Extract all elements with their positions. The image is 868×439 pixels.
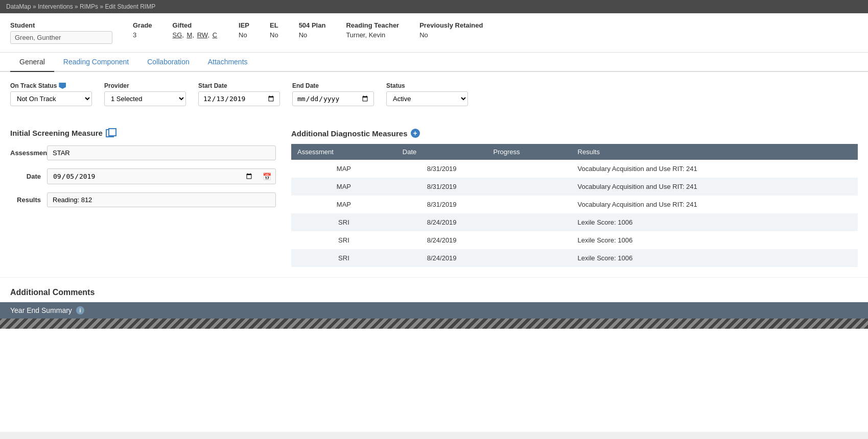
two-col-layout: Initial Screening Measure Assessment Dat… [0,129,868,277]
iep-value: No [239,31,249,39]
student-label: Student [10,21,112,29]
tab-general[interactable]: General [10,53,54,72]
cell-assessment: MAP [291,196,396,213]
cell-results: Lexile Score: 1006 [572,231,858,249]
on-track-group: On Track Status Not On Track On Track [10,82,92,106]
diagnostic-title: Additional Diagnostic Measures + [291,129,858,138]
plan504-label: 504 Plan [299,21,326,29]
add-diagnostic-button[interactable]: + [411,129,420,138]
calendar-icon[interactable]: 📅 [259,170,275,183]
cell-assessment: MAP [291,160,396,178]
cell-date: 8/31/2019 [396,196,487,213]
cell-results: Lexile Score: 1006 [572,249,858,267]
comments-section: Additional Comments [0,277,868,297]
cell-results: Vocabulary Acquisition and Use RIT: 241 [572,196,858,213]
assessment-row: Assessment [10,145,276,160]
screening-title: Initial Screening Measure [10,129,276,137]
cell-assessment: SRI [291,231,396,249]
end-date-label: End Date [292,82,374,89]
col-results: Results [572,144,858,160]
plan504-value: No [299,31,326,39]
table-row: MAP 8/31/2019 Vocabulary Acquisition and… [291,196,858,213]
results-input[interactable] [47,192,276,207]
year-end-label: Year End Summary [10,306,72,314]
cell-date: 8/24/2019 [396,213,487,231]
results-label: Results [10,196,41,204]
student-header: Student Grade 3 Gifted SG, M, RW, C IEP … [0,13,868,53]
cell-progress [487,196,572,213]
reading-teacher-field: Reading Teacher Turner, Kevin [346,21,399,39]
zigzag-bar [0,319,868,329]
cell-results: Vocabulary Acquisition and Use RIT: 241 [572,160,858,178]
screening-form: Assessment Date 📅 Results [10,145,276,207]
provider-label: Provider [104,82,186,89]
table-row: SRI 8/24/2019 Lexile Score: 1006 [291,231,858,249]
student-name-input[interactable] [10,31,112,44]
previously-retained-label: Previously Retained [419,21,483,29]
cell-date: 8/24/2019 [396,231,487,249]
cell-date: 8/31/2019 [396,178,487,196]
status-select[interactable]: Active Inactive Completed [386,91,468,106]
tab-collaboration[interactable]: Collaboration [138,53,199,72]
form-area: On Track Status Not On Track On Track Pr… [0,72,868,129]
col-assessment: Assessment [291,144,396,160]
left-col: Initial Screening Measure Assessment Dat… [10,129,276,267]
end-date-group: End Date [292,82,374,106]
gifted-value: SG, M, RW, C [173,31,218,39]
breadcrumb: DataMap » Interventions » RIMPs » Edit S… [6,3,155,10]
cell-progress [487,178,572,196]
plan504-field: 504 Plan No [299,21,326,39]
el-field: EL No [270,21,278,39]
cell-date: 8/24/2019 [396,249,487,267]
year-end-bar: Year End Summary i [0,302,868,319]
breadcrumb-bar: DataMap » Interventions » RIMPs » Edit S… [0,0,868,13]
cell-progress [487,249,572,267]
cell-results: Vocabulary Acquisition and Use RIT: 241 [572,178,858,196]
iep-field: IEP No [239,21,249,39]
end-date-input[interactable] [292,91,374,106]
on-track-select[interactable]: Not On Track On Track [10,91,92,106]
screening-date-input[interactable] [48,169,259,184]
previously-retained-field: Previously Retained No [419,21,483,39]
start-date-label: Start Date [198,82,280,89]
assessment-input[interactable] [47,145,276,160]
cell-assessment: SRI [291,249,396,267]
info-icon: i [76,306,84,314]
on-track-label: On Track Status [10,82,92,89]
provider-group: Provider 1 Selected [104,82,186,106]
tab-reading[interactable]: Reading Component [54,53,138,72]
reading-teacher-value: Turner, Kevin [346,31,399,39]
copy-icon[interactable] [106,129,114,137]
col-progress: Progress [487,144,572,160]
status-group: Status Active Inactive Completed [386,82,468,106]
right-col: Additional Diagnostic Measures + Assessm… [291,129,858,267]
reading-teacher-label: Reading Teacher [346,21,399,29]
el-label: EL [270,21,278,29]
cell-assessment: MAP [291,178,396,196]
col-date: Date [396,144,487,160]
table-row: MAP 8/31/2019 Vocabulary Acquisition and… [291,160,858,178]
date-row: Date 📅 [10,168,276,184]
date-wrapper: 📅 [47,168,276,184]
cell-progress [487,160,572,178]
cell-progress [487,213,572,231]
tab-attachments[interactable]: Attachments [199,53,257,72]
results-row: Results [10,192,276,207]
table-row: SRI 8/24/2019 Lexile Score: 1006 [291,249,858,267]
cell-progress [487,231,572,249]
start-date-input[interactable] [198,91,280,106]
grade-field: Grade 3 [133,21,152,39]
flag-icon [59,83,66,89]
comments-title: Additional Comments [10,288,858,297]
table-header-row: Assessment Date Progress Results [291,144,858,160]
grade-label: Grade [133,21,152,29]
provider-select[interactable]: 1 Selected [104,91,186,106]
diagnostic-table: Assessment Date Progress Results MAP 8/3… [291,144,858,267]
previously-retained-value: No [419,31,483,39]
cell-date: 8/31/2019 [396,160,487,178]
iep-label: IEP [239,21,249,29]
cell-results: Lexile Score: 1006 [572,213,858,231]
date-label: Date [10,173,41,180]
status-label: Status [386,82,468,89]
student-field: Student [10,21,112,44]
